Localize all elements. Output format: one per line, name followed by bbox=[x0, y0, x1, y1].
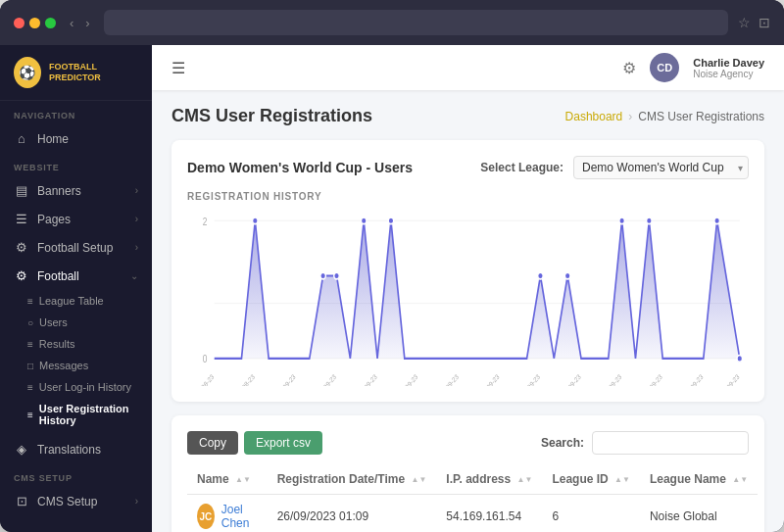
banners-label: Banners bbox=[37, 184, 81, 198]
football-setup-icon: ⚙ bbox=[14, 240, 29, 255]
app-layout: ⚽ FOOTBALL PREDICTOR NAVIGATION ⌂ Home W… bbox=[0, 45, 784, 532]
address-bar[interactable] bbox=[104, 10, 728, 35]
svg-point-10 bbox=[538, 272, 544, 279]
forward-button[interactable]: › bbox=[81, 14, 93, 32]
pages-icon: ☰ bbox=[14, 212, 29, 226]
hamburger-button[interactable]: ☰ bbox=[172, 59, 185, 77]
search-label: Search: bbox=[541, 436, 584, 450]
row-league-id-cell: 6 bbox=[542, 495, 640, 533]
svg-point-7 bbox=[334, 272, 340, 279]
datetime-sort-icon[interactable]: ▲▼ bbox=[412, 476, 427, 484]
svg-point-5 bbox=[253, 218, 259, 224]
name-sort-icon[interactable]: ▲▼ bbox=[235, 476, 251, 484]
svg-text:20-09-23: 20-09-23 bbox=[561, 372, 582, 386]
svg-text:28-09-23: 28-09-23 bbox=[719, 372, 741, 386]
chart-section-label: REGISTRATION HISTORY bbox=[187, 191, 749, 202]
sidebar-item-pages[interactable]: ☰ Pages › bbox=[0, 205, 152, 233]
svg-point-11 bbox=[564, 272, 570, 279]
svg-text:17-09-23: 17-09-23 bbox=[520, 372, 542, 386]
col-name-label: Name bbox=[197, 472, 229, 486]
maximize-dot[interactable] bbox=[45, 18, 56, 28]
home-label: Home bbox=[37, 132, 69, 146]
sidebar-sub-league-table[interactable]: ≡ League Table bbox=[27, 290, 152, 312]
svg-text:22-09-23: 22-09-23 bbox=[602, 372, 623, 386]
minimize-dot[interactable] bbox=[29, 18, 40, 28]
pages-label: Pages bbox=[37, 213, 71, 226]
sidebar-item-football[interactable]: ⚙ Football ⌄ bbox=[0, 262, 152, 290]
breadcrumb-link[interactable]: Dashboard bbox=[565, 110, 623, 123]
svg-text:10-09-23: 10-09-23 bbox=[398, 372, 419, 386]
col-ip: I.P. address ▲▼ bbox=[436, 464, 542, 495]
col-name: Name ▲▼ bbox=[187, 464, 268, 495]
registration-chart: 2 0 bbox=[187, 210, 749, 386]
banners-icon: ▤ bbox=[14, 183, 29, 198]
user-reg-label: User Registration History bbox=[39, 403, 138, 426]
svg-text:2: 2 bbox=[203, 217, 208, 227]
sidebar-item-cms-setup[interactable]: ⊡ CMS Setup › bbox=[0, 487, 152, 515]
browser-window: ‹ › ☆ ⊡ ⚽ FOOTBALL PREDICTOR NAVIGATION … bbox=[0, 0, 784, 532]
content-area: CMS User Registrations Dashboard › CMS U… bbox=[152, 90, 784, 532]
browser-dots bbox=[14, 18, 56, 28]
football-setup-chevron: › bbox=[135, 242, 138, 253]
select-label: Select League: bbox=[480, 161, 564, 174]
logo-text: FOOTBALL PREDICTOR bbox=[49, 62, 138, 83]
translations-label: Translations bbox=[37, 443, 101, 457]
col-ip-label: I.P. address bbox=[446, 472, 511, 486]
sidebar-sub-messages[interactable]: □ Messages bbox=[27, 355, 152, 376]
bookmark-button[interactable]: ☆ bbox=[738, 15, 751, 30]
table-head: Name ▲▼ Registration Date/Time ▲▼ I.P. a… bbox=[187, 464, 758, 495]
league-id-sort-icon[interactable]: ▲▼ bbox=[614, 476, 630, 484]
breadcrumb-separator: › bbox=[628, 110, 632, 123]
sidebar-sub-user-log-history[interactable]: ≡ User Log-in History bbox=[27, 376, 152, 398]
sidebar-item-pages-left: ☰ Pages bbox=[14, 212, 71, 226]
search-input[interactable] bbox=[592, 431, 749, 455]
card-header: Demo Women's World Cup - Users Select Le… bbox=[187, 156, 749, 179]
close-dot[interactable] bbox=[14, 18, 24, 28]
copy-button[interactable]: Copy bbox=[187, 431, 238, 455]
sidebar-item-cms-setup-left: ⊡ CMS Setup bbox=[14, 494, 97, 508]
row-ip-cell: 54.169.161.54 bbox=[436, 495, 542, 533]
settings-icon[interactable]: ⚙ bbox=[622, 59, 636, 77]
sidebar-sub-user-registration-history[interactable]: ≡ User Registration History bbox=[27, 398, 152, 431]
share-button[interactable]: ⊡ bbox=[759, 15, 770, 30]
sidebar-item-translations-left: ◈ Translations bbox=[14, 442, 101, 457]
btn-group: Copy Export csv bbox=[187, 431, 322, 455]
pages-chevron: › bbox=[135, 214, 138, 224]
sidebar-item-football-setup[interactable]: ⚙ Football Setup › bbox=[0, 233, 152, 262]
sidebar-item-football-left: ⚙ Football bbox=[14, 268, 79, 283]
main-content: ☰ ⚙ CD Charlie Davey Noise Agency CMS Us… bbox=[152, 45, 784, 532]
select-wrapper: Demo Women's World Cup ▾ bbox=[573, 156, 749, 179]
export-button[interactable]: Export csv bbox=[244, 431, 322, 455]
cms-setup-icon: ⊡ bbox=[14, 494, 29, 508]
users-label: Users bbox=[39, 316, 68, 328]
row-league-name-cell: Noise Global bbox=[640, 495, 758, 533]
ip-sort-icon[interactable]: ▲▼ bbox=[517, 476, 533, 484]
svg-text:27-09-23: 27-09-23 bbox=[683, 372, 705, 386]
league-name-sort-icon[interactable]: ▲▼ bbox=[732, 476, 748, 484]
user-cell: JC Joel Chen bbox=[197, 503, 258, 530]
svg-point-9 bbox=[388, 218, 394, 224]
sidebar-item-banners[interactable]: ▤ Banners › bbox=[0, 176, 152, 205]
user-reg-icon: ≡ bbox=[27, 410, 33, 420]
page-header: CMS User Registrations Dashboard › CMS U… bbox=[172, 106, 764, 126]
sidebar-item-home[interactable]: ⌂ Home bbox=[0, 124, 152, 153]
data-table: Name ▲▼ Registration Date/Time ▲▼ I.P. a… bbox=[187, 464, 758, 532]
svg-text:25-09-23: 25-09-23 bbox=[642, 372, 663, 386]
back-button[interactable]: ‹ bbox=[66, 14, 77, 32]
user-fullname[interactable]: Joel Chen bbox=[221, 503, 258, 530]
page-title: CMS User Registrations bbox=[172, 106, 372, 126]
league-table-icon: ≡ bbox=[27, 296, 33, 307]
svg-point-12 bbox=[619, 218, 625, 224]
breadcrumb-current: CMS User Registrations bbox=[638, 110, 764, 123]
league-select[interactable]: Demo Women's World Cup bbox=[573, 156, 749, 179]
banners-chevron: › bbox=[135, 185, 138, 196]
table-actions: Copy Export csv Search: bbox=[187, 431, 749, 455]
col-datetime: Registration Date/Time ▲▼ bbox=[268, 464, 437, 495]
messages-label: Messages bbox=[39, 360, 88, 371]
football-sub-menu: ≡ League Table ○ Users ≡ Results □ Messa… bbox=[0, 290, 152, 431]
sidebar-item-translations[interactable]: ◈ Translations bbox=[0, 435, 152, 463]
sidebar-sub-users[interactable]: ○ Users bbox=[27, 312, 152, 333]
sidebar-sub-results[interactable]: ≡ Results bbox=[27, 333, 152, 355]
user-avatar: CD bbox=[650, 53, 679, 82]
card-title: Demo Women's World Cup - Users bbox=[187, 160, 413, 175]
